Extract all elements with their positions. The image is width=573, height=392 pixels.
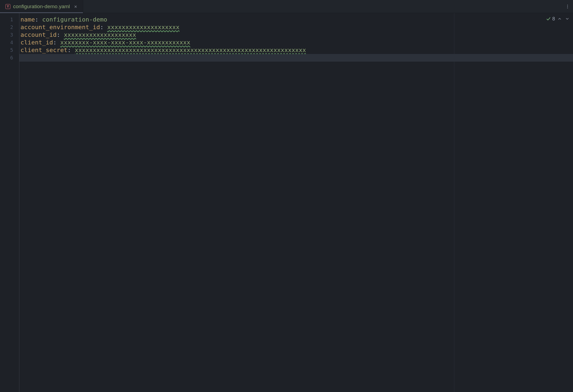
tab-bar-spacer	[83, 0, 562, 13]
check-icon	[546, 17, 551, 21]
code-line-current[interactable]	[19, 54, 573, 62]
code-area[interactable]: name: configuration-demo account_environ…	[19, 13, 573, 392]
close-icon[interactable]: ×	[73, 4, 79, 10]
gutter-line: 4	[0, 39, 19, 46]
code-line[interactable]: name: configuration-demo	[19, 16, 573, 23]
gutter-line: 3	[0, 31, 19, 39]
gutter-line: 1	[0, 16, 19, 23]
prev-highlight-button[interactable]	[557, 16, 563, 22]
svg-point-1	[567, 6, 568, 7]
gutter-line: 6	[0, 54, 19, 62]
code-line[interactable]: account_id: xxxxxxxxxxxxxxxxxxxx	[19, 31, 573, 39]
code-line[interactable]: client_secret: xxxxxxxxxxxxxxxxxxxxxxxxx…	[19, 46, 573, 54]
editor-body[interactable]: 1 2 3 4 5 6 name: configuration-demo acc…	[0, 13, 573, 392]
code-line[interactable]: account_environment_id: xxxxxxxxxxxxxxxx…	[19, 23, 573, 31]
tab-title: configuration-demo.yaml	[13, 4, 70, 10]
tab-bar: Y configuration-demo.yaml ×	[0, 0, 573, 13]
chevron-down-icon	[565, 17, 569, 21]
inspections-count: 8	[552, 16, 555, 22]
next-highlight-button[interactable]	[564, 16, 570, 22]
gutter-line: 2	[0, 23, 19, 31]
gutter: 1 2 3 4 5 6	[0, 13, 19, 392]
editor-tab[interactable]: Y configuration-demo.yaml ×	[0, 0, 83, 13]
tab-options-button[interactable]	[562, 0, 573, 13]
code-line[interactable]: client_id: xxxxxxxx-xxxx-xxxx-xxxx-xxxxx…	[19, 39, 573, 46]
chevron-up-icon	[557, 17, 562, 21]
inspections-widget[interactable]: 8	[546, 16, 570, 22]
gutter-line: 5	[0, 46, 19, 54]
yaml-file-icon: Y	[5, 4, 10, 9]
svg-point-0	[567, 5, 568, 5]
editor: 8 1 2 3 4 5 6 name: configuration-demo a…	[0, 13, 573, 392]
svg-point-2	[567, 8, 568, 8]
kebab-menu-icon	[565, 4, 570, 9]
